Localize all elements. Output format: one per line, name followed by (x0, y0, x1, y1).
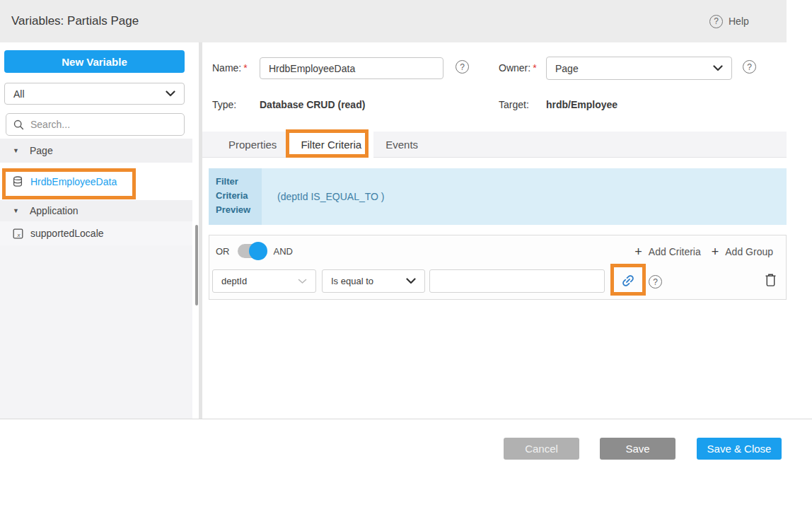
caret-down-icon: ▼ (13, 207, 30, 214)
criteria-builder: OR AND + Add Criteria + Add Group deptId (209, 235, 787, 300)
criteria-actions: + Add Criteria + Add Group (634, 245, 773, 258)
cancel-button[interactable]: Cancel (504, 438, 579, 460)
help-question-icon: ? (709, 15, 723, 28)
tree-group-application[interactable]: ▼ Application (0, 200, 192, 221)
dialog-header: Variables: Partials Page ? Help (0, 0, 787, 42)
tab-filter-criteria[interactable]: Filter Criteria (289, 132, 373, 158)
criteria-field-select[interactable]: deptId (212, 269, 316, 293)
required-asterisk: * (243, 62, 247, 74)
toggle-knob (249, 242, 267, 260)
preview-value: (deptId IS_EQUAL_TO ) (262, 168, 787, 225)
tree-group-label: Page (30, 145, 53, 156)
bind-link-button[interactable] (620, 273, 636, 289)
filter-criteria-preview: Filter Criteria Preview (deptId IS_EQUAL… (209, 168, 787, 225)
owner-select[interactable]: Page (546, 57, 732, 80)
owner-label: Owner:* (499, 62, 537, 74)
locale-icon: x (13, 228, 23, 239)
page-title: Variables: Partials Page (11, 14, 139, 28)
name-input[interactable] (260, 57, 443, 79)
add-group-button[interactable]: + Add Group (712, 245, 773, 258)
caret-down-icon: ▼ (13, 147, 30, 154)
add-group-label: Add Group (725, 246, 773, 257)
chevron-down-icon (406, 278, 416, 284)
new-variable-button[interactable]: New Variable (4, 50, 185, 73)
dialog-bottom-divider (0, 419, 812, 419)
criteria-condition-value: Is equal to (331, 276, 373, 286)
tree-group-page[interactable]: ▼ Page (0, 139, 192, 163)
add-criteria-label: Add Criteria (649, 246, 701, 257)
trash-icon (765, 273, 777, 286)
variable-filter-value: All (13, 88, 25, 100)
variable-search (6, 113, 185, 136)
sidebar-scrollbar-thumb[interactable] (195, 225, 198, 305)
chevron-down-icon (166, 91, 175, 97)
save-button[interactable]: Save (600, 438, 675, 460)
help-label: Help (729, 16, 749, 27)
or-and-toggle[interactable] (238, 244, 266, 258)
add-criteria-button[interactable]: + Add Criteria (634, 245, 700, 258)
criteria-help-icon[interactable]: ? (649, 275, 662, 289)
tab-properties[interactable]: Properties (216, 132, 289, 158)
and-label: AND (274, 246, 293, 257)
criteria-condition-select[interactable]: Is equal to (322, 269, 425, 293)
variables-tree: ▼ Page HrdbEmployeeData ▼ Application (0, 139, 192, 245)
owner-value: Page (555, 63, 579, 74)
variables-sidebar: New Variable All ▼ Page (0, 42, 199, 419)
target-label: Target: (499, 99, 529, 110)
criteria-field-value: deptId (221, 276, 247, 286)
variable-detail-panel: Name:* ? Owner:* Page ? Type: Database C… (202, 42, 787, 419)
chevron-down-icon (298, 279, 307, 284)
variable-filter-select[interactable]: All (4, 83, 185, 105)
tree-item-label: HrdbEmployeeData (30, 176, 117, 187)
name-help-icon[interactable]: ? (456, 60, 469, 74)
logic-toggle-row: OR AND (216, 244, 293, 258)
database-icon (13, 176, 23, 187)
search-icon (13, 120, 24, 130)
type-label: Type: (212, 99, 236, 110)
or-label: OR (216, 246, 230, 257)
bind-link-icon (617, 269, 639, 291)
name-label: Name:* (212, 62, 248, 74)
target-value: hrdb/Employee (546, 99, 617, 110)
help-button[interactable]: ? Help (709, 0, 749, 42)
tree-group-label: Application (30, 205, 79, 216)
required-asterisk: * (533, 62, 536, 74)
variables-dialog: Variables: Partials Page ? Help New Vari… (0, 0, 812, 507)
chevron-down-icon (713, 65, 723, 71)
search-input[interactable] (30, 119, 177, 130)
preview-label: Filter Criteria Preview (209, 168, 262, 225)
type-value: Database CRUD (read) (260, 99, 365, 110)
criteria-value-input[interactable] (429, 269, 605, 293)
plus-icon: + (634, 245, 642, 258)
save-and-close-button[interactable]: Save & Close (697, 438, 782, 460)
detail-tabbar: Properties Filter Criteria Events (202, 132, 787, 158)
tree-item-label: supportedLocale (30, 228, 104, 239)
sidebar-filler (0, 245, 192, 419)
tree-item-supportedlocale[interactable]: x supportedLocale (0, 221, 192, 245)
svg-text:x: x (17, 231, 21, 238)
owner-help-icon[interactable]: ? (743, 60, 756, 74)
delete-criteria-button[interactable] (765, 273, 777, 286)
tree-item-hrdbemployeedata[interactable]: HrdbEmployeeData (0, 163, 192, 200)
tab-events[interactable]: Events (373, 132, 430, 158)
plus-icon: + (712, 245, 719, 258)
